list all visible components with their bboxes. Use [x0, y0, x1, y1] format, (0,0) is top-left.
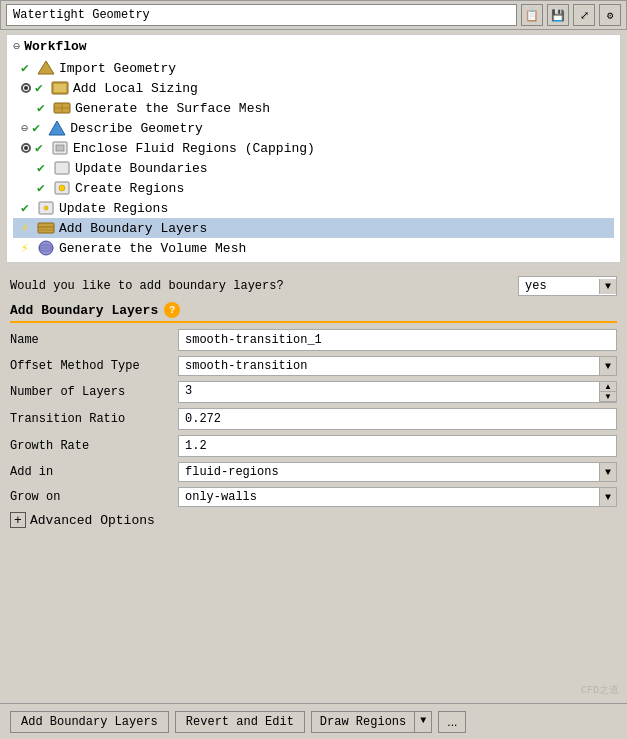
check-icon: ✔ [35, 140, 47, 156]
workflow-item-enclose-fluid[interactable]: ✔ Enclose Fluid Regions (Capping) [13, 138, 614, 158]
svg-rect-8 [56, 145, 64, 151]
workflow-item-label: Update Boundaries [75, 161, 208, 176]
offset-method-arrow[interactable]: ▼ [599, 357, 616, 375]
workflow-item-generate-volume[interactable]: ⚡ Generate the Volume Mesh [13, 238, 614, 258]
divider [6, 267, 621, 268]
workflow-item-import-geometry[interactable]: ✔ Import Geometry [13, 58, 614, 78]
svg-rect-2 [54, 84, 66, 92]
check-icon: ✔ [37, 180, 49, 196]
draw-regions-split-button: Draw Regions ▼ [311, 711, 432, 733]
boundary-layers-icon [37, 220, 55, 236]
enclose-icon [51, 140, 69, 156]
add-in-dropdown[interactable]: fluid-regions ▼ [178, 462, 617, 482]
ellipsis-button[interactable]: ... [438, 711, 466, 733]
offset-method-row: Offset Method Type smooth-transition ▼ [10, 356, 617, 376]
advanced-plus-icon[interactable]: + [10, 512, 26, 528]
workflow-item-label: Update Regions [59, 201, 168, 216]
workflow-item-create-regions[interactable]: ✔ Create Regions [13, 178, 614, 198]
workflow-panel: ⊖ Workflow ✔ Import Geometry ✔ Add Local… [6, 34, 621, 263]
watermark: CFD之道 [581, 683, 619, 697]
workflow-item-label: Add Boundary Layers [59, 221, 207, 236]
offset-method-dropdown[interactable]: smooth-transition ▼ [178, 356, 617, 376]
top-bar: Watertight Geometry 📋 💾 ⤢ ⚙ [0, 0, 627, 30]
expand-button[interactable]: ⤢ [573, 4, 595, 26]
grow-on-arrow[interactable]: ▼ [599, 488, 616, 506]
update-regions-icon [37, 200, 55, 216]
add-in-label: Add in [10, 465, 170, 479]
growth-rate-input[interactable] [178, 435, 617, 457]
name-row: Name [10, 329, 617, 351]
minus-icon: ⊖ [21, 121, 28, 136]
geometry-icon [37, 60, 55, 76]
check-icon: ✔ [37, 100, 49, 116]
boundary-question-arrow[interactable]: ▼ [599, 279, 616, 294]
workflow-item-label: Enclose Fluid Regions (Capping) [73, 141, 315, 156]
svg-marker-6 [49, 121, 65, 135]
transition-ratio-row: Transition Ratio [10, 408, 617, 430]
workflow-item-add-boundary-layers[interactable]: ⚡ Add Boundary Layers [13, 218, 614, 238]
check-icon: ✔ [32, 120, 44, 136]
svg-rect-9 [55, 162, 69, 174]
boundary-question-dropdown[interactable]: yes ▼ [518, 276, 617, 296]
workflow-item-label: Create Regions [75, 181, 184, 196]
workflow-item-update-regions[interactable]: ✔ Update Regions [13, 198, 614, 218]
draw-regions-button[interactable]: Draw Regions [312, 712, 414, 732]
surface-icon [53, 100, 71, 116]
describe-icon [48, 120, 66, 136]
draw-regions-arrow[interactable]: ▼ [414, 712, 431, 732]
num-layers-label: Number of Layers [10, 385, 170, 399]
clipboard-button[interactable]: 📋 [521, 4, 543, 26]
section-title: Add Boundary Layers ? [10, 302, 617, 323]
boundary-question-row: Would you like to add boundary layers? y… [10, 276, 617, 296]
add-in-row: Add in fluid-regions ▼ [10, 462, 617, 482]
workflow-item-label: Add Local Sizing [73, 81, 198, 96]
svg-marker-0 [38, 61, 54, 74]
workflow-item-label: Generate the Volume Mesh [59, 241, 246, 256]
info-icon[interactable]: ? [164, 302, 180, 318]
workflow-item-add-local-sizing[interactable]: ✔ Add Local Sizing [13, 78, 614, 98]
check-icon: ✔ [37, 160, 49, 176]
workflow-item-describe-geometry[interactable]: ⊖ ✔ Describe Geometry [13, 118, 614, 138]
num-layers-value: 3 [179, 382, 599, 402]
form-area: Would you like to add boundary layers? y… [0, 272, 627, 532]
radio-icon [21, 143, 31, 153]
boundary-question-label: Would you like to add boundary layers? [10, 279, 510, 293]
workflow-header: ⊖ Workflow [13, 39, 614, 54]
boundary-question-value: yes [519, 277, 599, 295]
offset-method-value: smooth-transition [179, 357, 599, 375]
grow-on-dropdown[interactable]: only-walls ▼ [178, 487, 617, 507]
spin-up-button[interactable]: ▲ [600, 382, 616, 392]
growth-rate-label: Growth Rate [10, 439, 170, 453]
svg-rect-14 [38, 223, 54, 233]
workflow-item-label: Import Geometry [59, 61, 176, 76]
add-in-arrow[interactable]: ▼ [599, 463, 616, 481]
revert-and-edit-button[interactable]: Revert and Edit [175, 711, 305, 733]
spin-down-button[interactable]: ▼ [600, 392, 616, 402]
svg-point-13 [44, 206, 48, 210]
grow-on-row: Grow on only-walls ▼ [10, 487, 617, 507]
check-icon: ✔ [21, 200, 33, 216]
transition-ratio-label: Transition Ratio [10, 412, 170, 426]
name-label: Name [10, 333, 170, 347]
workflow-collapse-btn[interactable]: ⊖ [13, 39, 20, 54]
settings-button[interactable]: ⚙ [599, 4, 621, 26]
offset-method-label: Offset Method Type [10, 359, 170, 373]
advanced-options-row[interactable]: + Advanced Options [10, 512, 617, 528]
add-boundary-layers-button[interactable]: Add Boundary Layers [10, 711, 169, 733]
check-icon: ✔ [21, 60, 33, 76]
transition-ratio-input[interactable] [178, 408, 617, 430]
bottom-bar: Add Boundary Layers Revert and Edit Draw… [0, 703, 627, 739]
check-icon: ✔ [35, 80, 47, 96]
workflow-item-update-boundaries[interactable]: ✔ Update Boundaries [13, 158, 614, 178]
spin-buttons: ▲ ▼ [599, 382, 616, 402]
window-title: Watertight Geometry [6, 4, 517, 26]
section-title-text: Add Boundary Layers [10, 303, 158, 318]
num-layers-spinner[interactable]: 3 ▲ ▼ [178, 381, 617, 403]
create-regions-icon [53, 180, 71, 196]
workflow-item-generate-surface[interactable]: ✔ Generate the Surface Mesh [13, 98, 614, 118]
name-input[interactable] [178, 329, 617, 351]
workflow-item-label: Describe Geometry [70, 121, 203, 136]
save-button[interactable]: 💾 [547, 4, 569, 26]
workflow-item-label: Generate the Surface Mesh [75, 101, 270, 116]
volume-mesh-icon [37, 240, 55, 256]
